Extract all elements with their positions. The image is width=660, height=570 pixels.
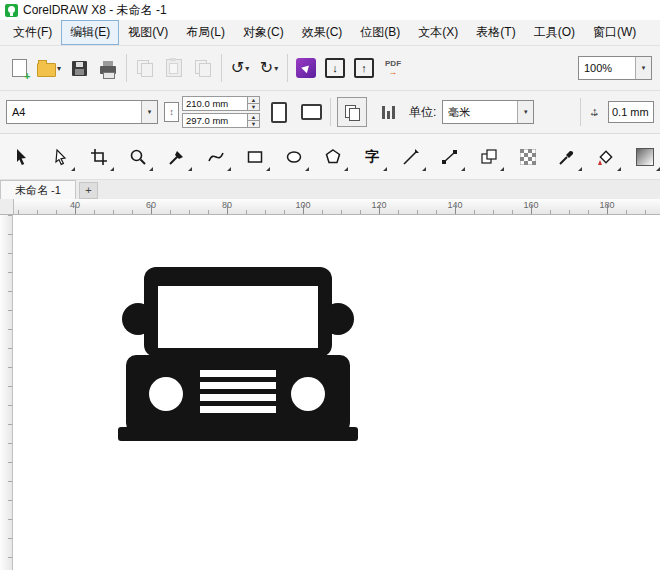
page-height-spinner[interactable]: 297.0 mm ▲ ▼ — [182, 113, 260, 128]
zoom-level-value: 100% — [579, 57, 635, 79]
text-tool-button[interactable]: 字 — [355, 141, 389, 173]
chevron-down-icon[interactable]: ▾ — [245, 64, 249, 73]
chevron-down-icon[interactable]: ▾ — [635, 57, 651, 79]
import-button[interactable]: ↓ — [324, 53, 346, 83]
magnifier-icon — [129, 148, 147, 166]
rectangle-tool-button[interactable] — [238, 141, 272, 173]
gradient-fill-icon — [636, 148, 654, 166]
menu-item-window[interactable]: 窗口(W) — [584, 20, 645, 45]
open-folder-icon — [37, 63, 56, 77]
curve-icon — [207, 148, 225, 166]
spin-up-icon[interactable]: ▲ — [248, 113, 260, 121]
undo-button[interactable]: ↺ ▾ — [229, 53, 251, 83]
ruler-tick-label: 100 — [295, 200, 310, 210]
pick-tool-button[interactable] — [4, 141, 38, 173]
eyedropper-tool-button[interactable] — [550, 141, 584, 173]
transparency-tool-button[interactable] — [511, 141, 545, 173]
crop-tool-button[interactable] — [82, 141, 116, 173]
curve-tool-button[interactable] — [199, 141, 233, 173]
pen-nib-icon — [168, 148, 186, 166]
ruler-tick-label: 60 — [146, 200, 156, 210]
separator — [580, 98, 581, 126]
chevron-down-icon[interactable]: ▾ — [141, 101, 157, 123]
separator — [126, 54, 127, 82]
page-width-value[interactable]: 210.0 mm — [182, 96, 248, 111]
ellipse-tool-button[interactable] — [277, 141, 311, 173]
units-label: 单位: — [409, 104, 436, 121]
application-launcher-button[interactable] — [295, 53, 317, 83]
separator — [287, 54, 288, 82]
truck-clipart[interactable] — [118, 267, 358, 443]
publish-pdf-button[interactable]: PDF → — [382, 53, 404, 83]
separator — [330, 98, 331, 126]
redo-button[interactable]: ↻ ▾ — [258, 53, 280, 83]
menu-item-edit[interactable]: 编辑(E) — [61, 20, 119, 45]
window-title: CorelDRAW X8 - 未命名 -1 — [23, 2, 167, 19]
save-floppy-icon — [72, 61, 87, 76]
menu-item-table[interactable]: 表格(T) — [467, 20, 524, 45]
ruler-tick-label: 140 — [447, 200, 462, 210]
portrait-button[interactable] — [266, 97, 292, 127]
paste-button[interactable] — [192, 53, 214, 83]
ruler-corner — [0, 199, 14, 214]
freehand-tool-button[interactable] — [160, 141, 194, 173]
standard-toolbar: + ▾ ↺ ▾ ↻ ▾ — [0, 46, 660, 91]
zoom-level-combobox[interactable]: 100% ▾ — [578, 56, 652, 80]
menu-item-effects[interactable]: 效果(C) — [293, 20, 352, 45]
chevron-down-icon[interactable]: ▾ — [517, 101, 533, 123]
separator — [221, 54, 222, 82]
menu-item-view[interactable]: 视图(V) — [119, 20, 177, 45]
connector-tool-button[interactable] — [433, 141, 467, 173]
menu-item-bitmaps[interactable]: 位图(B) — [351, 20, 409, 45]
page-height-value[interactable]: 297.0 mm — [182, 113, 248, 128]
eyedropper-icon — [558, 148, 576, 166]
spin-down-icon[interactable]: ▼ — [248, 121, 260, 128]
overlapping-squares-icon — [480, 148, 498, 166]
units-combobox[interactable]: 毫米 ▾ — [442, 100, 534, 124]
menu-item-file[interactable]: 文件(F) — [4, 20, 61, 45]
menu-item-tools[interactable]: 工具(O) — [525, 20, 584, 45]
print-button[interactable] — [97, 53, 119, 83]
connector-icon — [441, 148, 459, 166]
shape-arrow-icon — [51, 148, 69, 166]
nudge-offset-icon — [587, 104, 602, 120]
all-pages-toggle-button[interactable] — [337, 97, 367, 127]
vertical-ruler[interactable] — [0, 215, 13, 570]
zoom-tool-button[interactable] — [121, 141, 155, 173]
coreldraw-logo-icon — [5, 4, 18, 17]
line-tool-button[interactable] — [394, 141, 428, 173]
shape-tool-button[interactable] — [43, 141, 77, 173]
ruler-tick-label: 120 — [371, 200, 386, 210]
new-document-button[interactable]: + — [8, 53, 30, 83]
crop-icon — [90, 148, 108, 166]
print-icon — [100, 66, 116, 74]
page-width-spinner[interactable]: 210.0 mm ▲ ▼ — [182, 96, 260, 111]
polygon-tool-button[interactable] — [316, 141, 350, 173]
cut-button[interactable] — [134, 53, 156, 83]
chevron-down-icon[interactable]: ▾ — [274, 64, 278, 73]
current-page-toggle-button[interactable] — [373, 97, 403, 127]
interactive-fill-tool-button[interactable] — [628, 141, 660, 173]
fill-tool-button[interactable] — [589, 141, 623, 173]
export-button[interactable]: ↑ — [353, 53, 375, 83]
pdf-arrow-icon: → — [389, 68, 398, 76]
launcher-cursor-icon — [296, 58, 316, 78]
drawing-canvas[interactable] — [0, 215, 660, 570]
spin-down-icon[interactable]: ▼ — [248, 104, 260, 111]
title-bar: CorelDRAW X8 - 未命名 -1 — [0, 0, 660, 20]
nudge-distance-input[interactable]: 0.1 mm — [608, 101, 654, 123]
open-button[interactable]: ▾ — [37, 53, 61, 83]
menu-item-layout[interactable]: 布局(L) — [177, 20, 234, 45]
menu-item-object[interactable]: 对象(C) — [234, 20, 293, 45]
blend-tool-button[interactable] — [472, 141, 506, 173]
new-tab-button[interactable]: + — [79, 182, 98, 199]
menu-item-text[interactable]: 文本(X) — [409, 20, 467, 45]
save-button[interactable] — [68, 53, 90, 83]
landscape-button[interactable] — [298, 97, 324, 127]
copy-button[interactable] — [163, 53, 185, 83]
undo-arrow-icon: ↺ — [231, 60, 244, 76]
horizontal-ruler[interactable]: 40 60 80 100 120 140 160 180 — [0, 199, 660, 215]
document-tab[interactable]: 未命名 -1 — [0, 180, 76, 199]
paper-size-combobox[interactable]: A4 ▾ — [6, 100, 158, 124]
spin-up-icon[interactable]: ▲ — [248, 96, 260, 104]
